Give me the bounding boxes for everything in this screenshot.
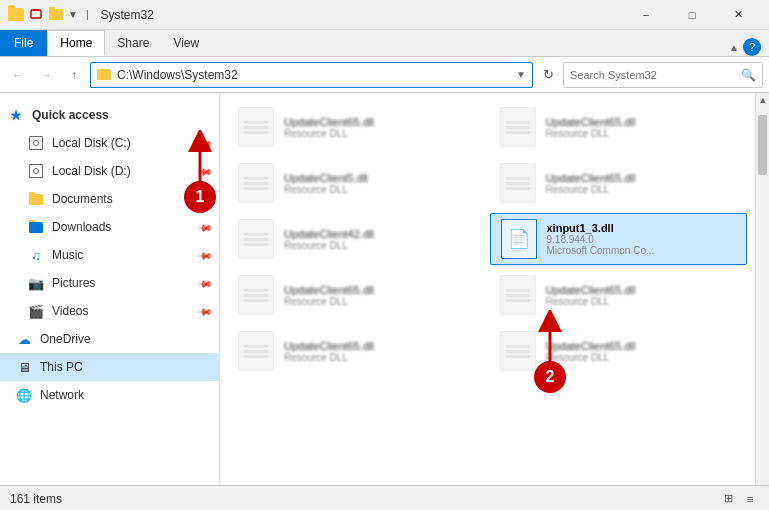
pin-icon-dl: 📌 (197, 219, 213, 235)
refresh-button[interactable]: ↻ (537, 64, 559, 86)
pin-icon-docs: 📌 (197, 191, 213, 207)
file-thumb (236, 219, 276, 259)
sidebar-item-this-pc[interactable]: 🖥 This PC (0, 353, 219, 381)
address-box[interactable]: C:\Windows\System32 ▼ (90, 62, 533, 88)
list-item[interactable]: UpdateClient5.dll Resource DLL (228, 157, 486, 209)
status-bar: 161 items ⊞ ≡ (0, 485, 769, 510)
disk-c-icon (28, 135, 44, 151)
sidebar-item-network[interactable]: 🌐 Network (0, 381, 219, 409)
file-thumb (236, 275, 276, 315)
scroll-up-btn[interactable]: ▲ (756, 93, 769, 107)
list-item[interactable]: UpdateClient65.dll Resource DLL (228, 269, 486, 321)
ribbon-collapse-btn[interactable]: ▲ (729, 42, 739, 53)
sidebar-item-pictures[interactable]: 📷 Pictures 📌 (0, 269, 219, 297)
file-thumb (498, 107, 538, 147)
sidebar-item-downloads[interactable]: Downloads 📌 (0, 213, 219, 241)
file-info: UpdateClient42.dll Resource DLL (284, 228, 478, 251)
pictures-icon: 📷 (28, 275, 44, 291)
address-bar-area: ← → ↑ C:\Windows\System32 ▼ ↻ 🔍 (0, 57, 769, 93)
back-button[interactable]: ← (6, 63, 30, 87)
list-item[interactable]: UpdateClient65.dll Resource DLL (490, 325, 748, 377)
up-button[interactable]: ↑ (62, 63, 86, 87)
tab-file[interactable]: File (0, 30, 47, 56)
sidebar-item-documents[interactable]: Documents 📌 (0, 185, 219, 213)
file-info-selected: xinput1_3.dll 9.18.944.0 Microsoft Commo… (547, 222, 739, 256)
address-chevron[interactable]: ▼ (516, 69, 526, 80)
list-item[interactable]: UpdateClient65.dll Resource DLL (228, 325, 486, 377)
file-info: UpdateClient65.dll Resource DLL (284, 116, 478, 139)
sidebar: ★ Quick access Local Disk (C:) 📌 Local D… (0, 93, 220, 485)
onedrive-icon: ☁ (16, 331, 32, 347)
this-pc-icon: 🖥 (16, 359, 32, 375)
file-thumb (498, 163, 538, 203)
selected-file-desc: Microsoft Common Co... (547, 245, 739, 256)
pin-icon-title (28, 7, 44, 23)
address-text: C:\Windows\System32 (117, 68, 510, 82)
music-icon: ♫ (28, 247, 44, 263)
list-item[interactable]: UpdateClient65.dll Resource DLL (228, 101, 486, 153)
search-icon[interactable]: 🔍 (741, 68, 756, 82)
file-info: UpdateClient65.dll Resource DLL (546, 116, 740, 139)
close-button[interactable]: ✕ (715, 0, 761, 30)
maximize-button[interactable]: □ (669, 0, 715, 30)
file-thumb (498, 331, 538, 371)
view-large-icons-btn[interactable]: ⊞ (719, 490, 737, 508)
file-grid: UpdateClient65.dll Resource DLL UpdateCl… (220, 93, 755, 485)
item-count: 161 items (10, 492, 62, 506)
file-thumb (236, 107, 276, 147)
file-thumb (236, 163, 276, 203)
title-bar: ▼ | System32 − □ ✕ (0, 0, 769, 30)
sidebar-item-onedrive[interactable]: ☁ OneDrive (0, 325, 219, 353)
network-icon: 🌐 (16, 387, 32, 403)
ribbon-tabs: File Home Share View ▲ ? (0, 30, 769, 56)
sidebar-item-videos[interactable]: 🎬 Videos 📌 (0, 297, 219, 325)
sidebar-item-quick-access[interactable]: ★ Quick access (0, 101, 219, 129)
svg-rect-0 (31, 10, 41, 18)
file-info: UpdateClient65.dll Resource DLL (284, 284, 478, 307)
sidebar-item-local-disk-d[interactable]: Local Disk (D:) 📌 (0, 157, 219, 185)
title-separator: | (86, 9, 89, 20)
window-controls: − □ ✕ (623, 0, 761, 30)
file-area: UpdateClient65.dll Resource DLL UpdateCl… (220, 93, 769, 485)
search-input[interactable] (570, 69, 737, 81)
svg-rect-1 (33, 9, 39, 11)
disk-d-icon (28, 163, 44, 179)
folder2-icon-title (48, 7, 64, 23)
pin-icon-vid: 📌 (197, 303, 213, 319)
file-thumb-selected: 📄 (499, 219, 539, 259)
star-icon: ★ (8, 107, 24, 123)
tab-view[interactable]: View (161, 30, 211, 56)
list-item[interactable]: UpdateClient65.dll Resource DLL (490, 101, 748, 153)
file-info: UpdateClient65.dll Resource DLL (546, 172, 740, 195)
window-title: System32 (101, 8, 154, 22)
help-button[interactable]: ? (743, 38, 761, 56)
minimize-button[interactable]: − (623, 0, 669, 30)
list-item[interactable]: UpdateClient42.dll Resource DLL (228, 213, 486, 265)
list-item[interactable]: UpdateClient65.dll Resource DLL (490, 269, 748, 321)
file-info: UpdateClient65.dll Resource DLL (546, 284, 740, 307)
folder-icon-title (8, 7, 24, 23)
title-dropdown-btn[interactable]: ▼ (68, 9, 78, 20)
sidebar-item-local-disk-c[interactable]: Local Disk (C:) 📌 (0, 129, 219, 157)
file-thumb (498, 275, 538, 315)
tab-share[interactable]: Share (105, 30, 161, 56)
list-item[interactable]: UpdateClient65.dll Resource DLL (490, 157, 748, 209)
pin-icon-music: 📌 (197, 247, 213, 263)
file-info: UpdateClient5.dll Resource DLL (284, 172, 478, 195)
view-list-btn[interactable]: ≡ (741, 490, 759, 508)
main-content: ★ Quick access Local Disk (C:) 📌 Local D… (0, 93, 769, 485)
file-info: UpdateClient65.dll Resource DLL (284, 340, 478, 363)
title-bar-icons: ▼ | (8, 7, 89, 23)
pin-icon-d: 📌 (197, 163, 213, 179)
scrollbar-thumb[interactable] (758, 115, 767, 175)
selected-file-version: 9.18.944.0 (547, 234, 739, 245)
pin-icon-pics: 📌 (197, 275, 213, 291)
tab-home[interactable]: Home (47, 30, 105, 56)
file-thumb (236, 331, 276, 371)
pin-icon-c: 📌 (197, 135, 213, 151)
scrollbar[interactable]: ▲ (755, 93, 769, 485)
sidebar-item-music[interactable]: ♫ Music 📌 (0, 241, 219, 269)
forward-button[interactable]: → (34, 63, 58, 87)
search-box[interactable]: 🔍 (563, 62, 763, 88)
list-item-selected[interactable]: 📄 xinput1_3.dll 9.18.944.0 Microsoft Com… (490, 213, 748, 265)
